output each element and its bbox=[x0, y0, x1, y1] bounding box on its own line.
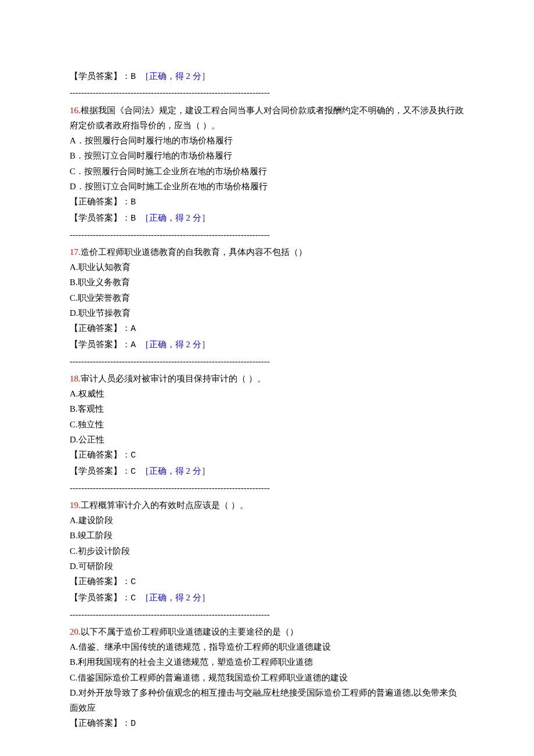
student-answer-value: B bbox=[131, 72, 136, 82]
option-d: D.公正性 bbox=[70, 432, 464, 447]
question-text: 16.根据我国《合同法》规定，建设工程合同当事人对合同价款或者报酬约定不明确的，… bbox=[70, 103, 464, 134]
divider: ----------------------------------------… bbox=[70, 480, 464, 495]
option-a: A.借鉴、继承中国传统的道德规范，指导造价工程师的职业道德建设 bbox=[70, 639, 464, 654]
option-c: C．按照履行合同时施工企业所在地的市场价格履行 bbox=[70, 164, 464, 179]
correct-answer-value: D bbox=[131, 719, 136, 729]
question-body: 以下不属于造价工程师职业道德建设的主要途径的是（） bbox=[81, 627, 298, 636]
question-body: 审计人员必须对被审计的项目保持审计的（ ）。 bbox=[81, 374, 266, 383]
student-answer-label: 【学员答案】： bbox=[70, 71, 131, 81]
feedback-text: ［正确，得 2 分］ bbox=[140, 593, 210, 602]
correct-answer-line: 【正确答案】：A bbox=[70, 321, 464, 337]
correct-answer-line: 【正确答案】：D bbox=[70, 715, 464, 732]
correct-answer-label: 【正确答案】： bbox=[70, 323, 131, 333]
option-b: B．按照订立合同时履行地的市场价格履行 bbox=[70, 148, 464, 163]
correct-answer-label: 【正确答案】： bbox=[70, 577, 131, 586]
question-body: 造价工程师职业道德教育的自我教育，具体内容不包括（） bbox=[81, 247, 307, 257]
option-c: C.借鉴国际造价工程师的普遍道德，规范我国造价工程师职业道德的建设 bbox=[70, 670, 464, 685]
question-text: 18.审计人员必须对被审计的项目保持审计的（ ）。 bbox=[70, 371, 464, 386]
option-d: D．按照订立合同时施工企业所在地的市场价格履行 bbox=[70, 179, 464, 194]
student-answer-value: C bbox=[131, 467, 136, 477]
correct-answer-value: B bbox=[131, 197, 136, 207]
option-d: D.对外开放导致了多种价值观念的相互撞击与交融,应杜绝接受国际造价工程师的普遍道… bbox=[70, 685, 464, 716]
student-answer-line: 【学员答案】：C ［正确，得 2 分］ bbox=[70, 590, 464, 606]
question-text: 17.造价工程师职业道德教育的自我教育，具体内容不包括（） bbox=[70, 244, 464, 260]
option-c: C.独立性 bbox=[70, 417, 464, 432]
correct-answer-value: C bbox=[131, 577, 136, 587]
correct-answer-label: 【正确答案】： bbox=[70, 197, 131, 206]
question-text: 19.工程概算审计介入的有效时点应该是（ ）。 bbox=[70, 498, 464, 513]
divider: ----------------------------------------… bbox=[70, 607, 464, 622]
option-d: D.职业节操教育 bbox=[70, 305, 464, 321]
option-a: A.职业认知教育 bbox=[70, 260, 464, 275]
option-d: D.可研阶段 bbox=[70, 559, 464, 574]
student-answer-line: 【学员答案】：B ［正确，得 2 分］ bbox=[70, 210, 464, 226]
option-a: A.建设阶段 bbox=[70, 513, 464, 528]
question-body: 根据我国《合同法》规定，建设工程合同当事人对合同价款或者报酬约定不明确的，又不涉… bbox=[70, 106, 464, 130]
question-body: 工程概算审计介入的有效时点应该是（ ）。 bbox=[81, 501, 248, 510]
question-number: 20. bbox=[70, 627, 81, 636]
student-answer-value: C bbox=[131, 593, 136, 603]
student-answer-label: 【学员答案】： bbox=[70, 466, 131, 476]
student-answer-label: 【学员答案】： bbox=[70, 213, 131, 222]
divider: ----------------------------------------… bbox=[70, 227, 464, 242]
question-text: 20.以下不属于造价工程师职业道德建设的主要途径的是（） bbox=[70, 624, 464, 639]
divider: ----------------------------------------… bbox=[70, 354, 464, 369]
student-answer-label: 【学员答案】： bbox=[70, 593, 131, 602]
option-a: A．按照履行合同时履行地的市场价格履行 bbox=[70, 133, 464, 148]
question-number: 19. bbox=[70, 501, 81, 510]
option-b: B.职业义务教育 bbox=[70, 275, 464, 290]
correct-answer-line: 【正确答案】：B bbox=[70, 194, 464, 210]
correct-answer-value: C bbox=[131, 451, 136, 460]
option-a: A.权威性 bbox=[70, 386, 464, 401]
feedback-text: ［正确，得 2 分］ bbox=[140, 71, 210, 81]
divider: ----------------------------------------… bbox=[70, 85, 464, 100]
option-b: B.利用我国现有的社会主义道德规范，塑造造价工程师职业道德 bbox=[70, 654, 464, 669]
feedback-text: ［正确，得 2 分］ bbox=[140, 213, 210, 222]
student-answer-value: B bbox=[131, 214, 136, 224]
student-answer-line: 【学员答案】：C ［正确，得 2 分］ bbox=[70, 463, 464, 480]
student-answer-label: 【学员答案】： bbox=[70, 340, 131, 349]
student-answer-line: 【学员答案】：A ［正确，得 2 分］ bbox=[70, 337, 464, 353]
correct-answer-label: 【正确答案】： bbox=[70, 450, 131, 459]
option-b: B.客观性 bbox=[70, 401, 464, 416]
document-page: 【学员答案】：B ［正确，得 2 分］ --------------------… bbox=[0, 0, 534, 756]
correct-answer-label: 【正确答案】： bbox=[70, 718, 131, 728]
question-number: 17. bbox=[70, 247, 81, 257]
correct-answer-line: 【正确答案】：C bbox=[70, 574, 464, 590]
correct-answer-value: A bbox=[131, 324, 136, 334]
correct-answer-line: 【正确答案】：C bbox=[70, 447, 464, 463]
option-b: B.竣工阶段 bbox=[70, 528, 464, 543]
question-number: 18. bbox=[70, 374, 81, 383]
question-number: 16. bbox=[70, 106, 81, 115]
feedback-text: ［正确，得 2 分］ bbox=[140, 466, 210, 476]
student-answer-value: A bbox=[131, 340, 136, 350]
option-c: C.职业荣誉教育 bbox=[70, 290, 464, 305]
option-c: C.初步设计阶段 bbox=[70, 543, 464, 559]
feedback-text: ［正确，得 2 分］ bbox=[140, 340, 210, 349]
student-answer-line: 【学员答案】：B ［正确，得 2 分］ bbox=[70, 69, 464, 85]
